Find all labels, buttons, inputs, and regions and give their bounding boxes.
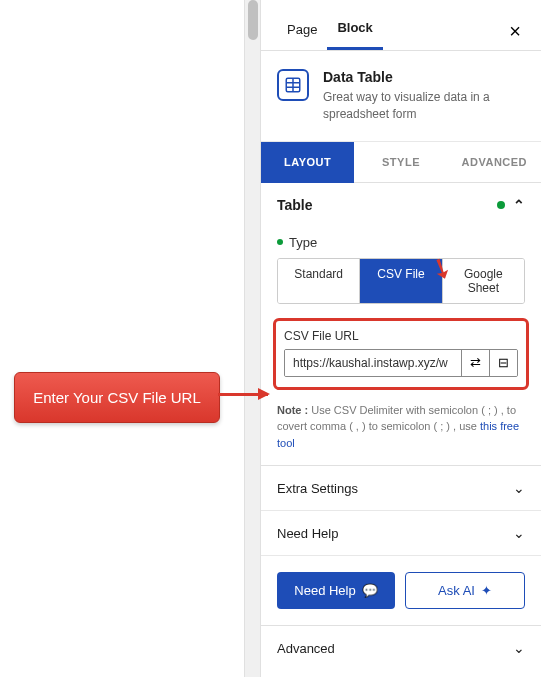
editor-canvas: [0, 0, 260, 677]
note-prefix: Note :: [277, 404, 308, 416]
block-info: Data Table Great way to visualize data i…: [261, 51, 541, 142]
link-icon[interactable]: ⇄: [461, 350, 489, 376]
type-gsheet-button[interactable]: Google Sheet: [443, 259, 524, 303]
block-description: Great way to visualize data in a spreads…: [323, 89, 525, 123]
section-need-help[interactable]: Need Help ⌄: [261, 511, 541, 556]
tab-layout[interactable]: LAYOUT: [261, 142, 354, 183]
csv-input-row: ⇄ ⊟: [284, 349, 518, 377]
need-help-button[interactable]: Need Help 💬: [277, 572, 395, 609]
data-table-icon: [277, 69, 309, 101]
settings-tabs: LAYOUT STYLE ADVANCED: [261, 142, 541, 183]
chevron-up-icon: ⌃: [513, 197, 525, 213]
annotation-arrow-icon: [218, 393, 268, 396]
advanced-label: Advanced: [277, 641, 335, 656]
block-title: Data Table: [323, 69, 525, 85]
csv-url-highlight: CSV File URL ⇄ ⊟: [273, 318, 529, 390]
tab-style[interactable]: STYLE: [354, 142, 447, 183]
database-icon[interactable]: ⊟: [489, 350, 517, 376]
note-text: Note : Use CSV Delimiter with semicolon …: [261, 398, 541, 466]
scrollbar[interactable]: [244, 0, 260, 677]
section-table-header[interactable]: Table ⌃: [261, 183, 541, 227]
pointer-icon: ✦: [481, 583, 492, 598]
chat-icon: 💬: [362, 583, 378, 598]
action-buttons: Need Help 💬 Ask AI ✦: [261, 556, 541, 625]
chevron-down-icon: ⌄: [513, 640, 525, 656]
tab-block[interactable]: Block: [327, 12, 382, 50]
ask-ai-button-label: Ask AI: [438, 583, 475, 598]
section-table-label: Table: [277, 197, 313, 213]
csv-url-label: CSV File URL: [284, 329, 518, 343]
extra-settings-label: Extra Settings: [277, 481, 358, 496]
scrollbar-thumb[interactable]: [248, 0, 258, 40]
close-icon[interactable]: ×: [505, 20, 525, 43]
type-field: Type Standard CSV File Google Sheet: [261, 227, 541, 306]
csv-url-input[interactable]: [285, 350, 461, 376]
ask-ai-button[interactable]: Ask AI ✦: [405, 572, 525, 609]
need-help-button-label: Need Help: [294, 583, 355, 598]
sidebar-tabs: Page Block ×: [261, 0, 541, 51]
chevron-down-icon: ⌄: [513, 480, 525, 496]
chevron-down-icon: ⌄: [513, 525, 525, 541]
type-csv-button[interactable]: CSV File: [360, 259, 442, 303]
tab-page[interactable]: Page: [277, 14, 327, 49]
type-label: Type: [277, 235, 525, 250]
status-dot-icon: [497, 201, 505, 209]
section-extra-settings[interactable]: Extra Settings ⌄: [261, 466, 541, 511]
need-help-label: Need Help: [277, 526, 338, 541]
sidebar-panel: Page Block × Data Table Great way to vis…: [260, 0, 541, 677]
type-label-text: Type: [289, 235, 317, 250]
type-toggle: Standard CSV File Google Sheet: [277, 258, 525, 304]
tab-advanced[interactable]: ADVANCED: [448, 142, 541, 183]
type-standard-button[interactable]: Standard: [278, 259, 360, 303]
status-dot-icon: [277, 239, 283, 245]
annotation-callout: Enter Your CSV File URL: [14, 372, 220, 423]
section-advanced[interactable]: Advanced ⌄: [261, 626, 541, 670]
